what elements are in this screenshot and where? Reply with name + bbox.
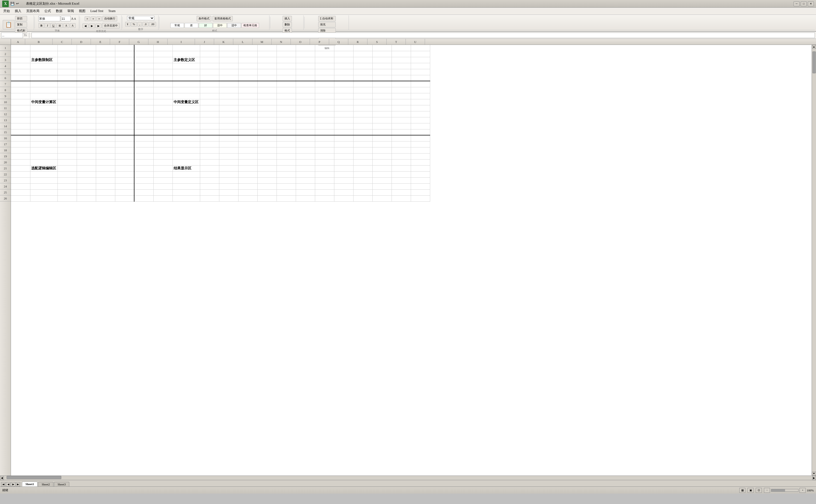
cell-k11[interactable]	[219, 105, 238, 111]
cell-d9[interactable]	[77, 93, 96, 99]
quick-access-save[interactable]: 💾	[10, 2, 15, 6]
cell-q14[interactable]	[334, 123, 353, 129]
cell-o13[interactable]	[296, 117, 315, 123]
col-header-a[interactable]: A	[11, 39, 25, 45]
cell-o9[interactable]	[296, 93, 315, 99]
cell-k18[interactable]	[219, 147, 238, 153]
cell-o14[interactable]	[296, 123, 315, 129]
cell-o25[interactable]	[296, 189, 315, 195]
cell-f17[interactable]	[115, 141, 134, 147]
bold-button[interactable]: B	[39, 23, 44, 28]
sheet-tab-3[interactable]: Sheet3	[54, 482, 69, 486]
cell-c20[interactable]	[57, 159, 77, 165]
cell-r21[interactable]	[353, 165, 372, 171]
cell-h3[interactable]	[153, 57, 172, 63]
cell-s10[interactable]	[372, 99, 392, 105]
cell-k9[interactable]	[219, 93, 238, 99]
scroll-thumb-v[interactable]	[812, 51, 816, 73]
cell-n23[interactable]	[277, 177, 296, 183]
cell-r13[interactable]	[353, 117, 372, 123]
border-button[interactable]: ⊞	[57, 23, 63, 28]
col-header-e[interactable]: E	[91, 39, 110, 45]
cell-p13[interactable]	[315, 117, 334, 123]
cell-u22[interactable]	[411, 171, 430, 177]
row-num-26[interactable]: 26	[0, 195, 11, 201]
cell-h11[interactable]	[153, 105, 172, 111]
zoom-thumb[interactable]	[771, 489, 785, 491]
cell-p9[interactable]	[315, 93, 334, 99]
cell-b26[interactable]	[30, 195, 57, 201]
cell-g23[interactable]	[134, 177, 153, 183]
cell-d24[interactable]	[77, 183, 96, 189]
cell-s6[interactable]	[372, 75, 392, 81]
cell-h20[interactable]	[153, 159, 172, 165]
cell-c14[interactable]	[57, 123, 77, 129]
cell-l12[interactable]	[238, 111, 258, 117]
cell-b1[interactable]	[30, 45, 57, 51]
cell-c6[interactable]	[57, 75, 77, 81]
align-right-btn[interactable]: ▶	[95, 24, 102, 28]
cell-r10[interactable]	[353, 99, 372, 105]
sheet-nav-prev[interactable]: ◀	[6, 482, 10, 486]
cell-b9[interactable]	[30, 93, 57, 99]
cell-u1[interactable]	[411, 45, 430, 51]
cell-l25[interactable]	[238, 189, 258, 195]
cell-r2[interactable]	[353, 51, 372, 57]
scroll-up-btn[interactable]: ▲	[812, 45, 816, 49]
cell-j13[interactable]	[200, 117, 219, 123]
cell-g26[interactable]	[134, 195, 153, 201]
cell-r19[interactable]	[353, 153, 372, 159]
cell-c25[interactable]	[57, 189, 77, 195]
cell-b17[interactable]	[30, 141, 57, 147]
fill-btn[interactable]: 填充	[318, 22, 336, 27]
cell-k5[interactable]	[219, 69, 238, 75]
cell-o18[interactable]	[296, 147, 315, 153]
vertical-scrollbar[interactable]: ▲ ▼	[812, 45, 816, 476]
cell-s16[interactable]	[372, 135, 392, 141]
row-num-12[interactable]: 12	[0, 111, 11, 117]
cell-k25[interactable]	[219, 189, 238, 195]
cell-m26[interactable]	[258, 195, 277, 201]
row-num-16[interactable]: 16	[0, 135, 11, 141]
row-num-17[interactable]: 17	[0, 141, 11, 147]
cell-r11[interactable]	[353, 105, 372, 111]
cell-c3[interactable]	[57, 57, 77, 63]
cell-r20[interactable]	[353, 159, 372, 165]
cell-t14[interactable]	[392, 123, 411, 129]
cell-j25[interactable]	[200, 189, 219, 195]
cell-a8[interactable]	[11, 87, 30, 93]
cell-h12[interactable]	[153, 111, 172, 117]
cell-l18[interactable]	[238, 147, 258, 153]
cell-t3[interactable]	[392, 57, 411, 63]
align-middle-btn[interactable]: ≡	[91, 16, 96, 21]
cell-d16[interactable]	[77, 135, 96, 141]
cell-o1[interactable]	[296, 45, 315, 51]
zoom-slider[interactable]	[771, 489, 798, 492]
cell-m21[interactable]	[258, 165, 277, 171]
cell-q13[interactable]	[334, 117, 353, 123]
cell-o23[interactable]	[296, 177, 315, 183]
cell-p23[interactable]	[315, 177, 334, 183]
cell-m15[interactable]	[258, 129, 277, 135]
normal-view-btn[interactable]: ▦	[739, 488, 745, 493]
cell-b4[interactable]	[30, 63, 57, 69]
cell-k1[interactable]	[219, 45, 238, 51]
cell-k23[interactable]	[219, 177, 238, 183]
cell-t2[interactable]	[392, 51, 411, 57]
cell-a10[interactable]	[11, 99, 30, 105]
cell-k2[interactable]	[219, 51, 238, 57]
cell-t18[interactable]	[392, 147, 411, 153]
col-header-r[interactable]: R	[348, 39, 368, 45]
cell-n5[interactable]	[277, 69, 296, 75]
cell-a16[interactable]	[11, 135, 30, 141]
cell-c5[interactable]	[57, 69, 77, 75]
row-num-6[interactable]: 6	[0, 75, 11, 81]
cell-t13[interactable]	[392, 117, 411, 123]
cell-c21[interactable]	[57, 165, 77, 171]
cell-h17[interactable]	[153, 141, 172, 147]
cell-h18[interactable]	[153, 147, 172, 153]
cell-f13[interactable]	[115, 117, 134, 123]
cell-g2[interactable]	[134, 51, 153, 57]
cell-a18[interactable]	[11, 147, 30, 153]
cell-c10[interactable]	[57, 99, 77, 105]
